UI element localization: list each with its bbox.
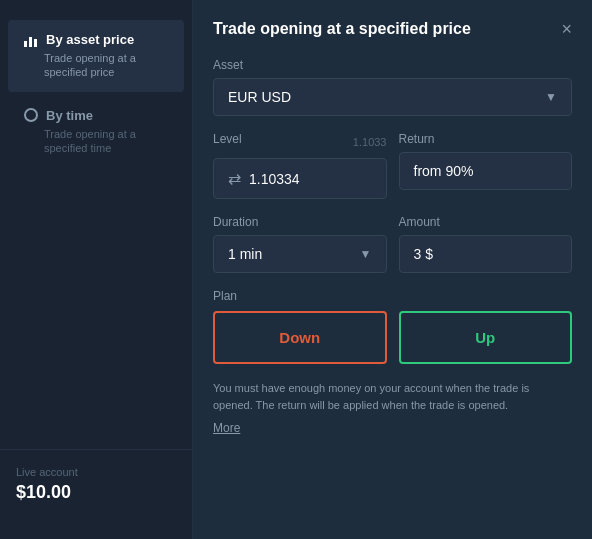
level-return-row: Level 1.1033 ⇄ Return from 90% (213, 132, 572, 199)
panel-title: Trade opening at a specified price (213, 20, 471, 38)
sidebar-item-sub: Trade opening at a specified price (24, 51, 168, 80)
close-button[interactable]: × (561, 20, 572, 38)
sidebar: By asset price Trade opening at a specif… (0, 0, 192, 539)
chevron-down-icon: ▼ (545, 90, 557, 104)
sidebar-item-sub: Trade opening at a specified time (24, 127, 168, 156)
duration-dropdown[interactable]: 1 min ▼ (213, 235, 387, 273)
plan-field-group: Plan Down Up (213, 289, 572, 364)
level-input[interactable] (249, 171, 372, 187)
amount-field-group: Amount 3 $ (399, 215, 573, 273)
more-link[interactable]: More (213, 421, 572, 435)
info-text: You must have enough money on your accou… (213, 380, 572, 413)
down-button[interactable]: Down (213, 311, 387, 364)
account-balance: $10.00 (16, 482, 176, 503)
asset-label: Asset (213, 58, 572, 72)
return-field: from 90% (399, 152, 573, 190)
amount-label: Amount (399, 215, 573, 229)
duration-label: Duration (213, 215, 387, 229)
account-info: Live account $10.00 (0, 449, 192, 519)
return-field-group: Return from 90% (399, 132, 573, 199)
sidebar-item-label: By asset price (46, 32, 134, 47)
level-hint: 1.1033 (353, 136, 387, 148)
amount-value: 3 $ (414, 246, 433, 262)
duration-value: 1 min (228, 246, 262, 262)
chart-icon (24, 33, 38, 47)
sidebar-item-label: By time (46, 108, 93, 123)
return-value: from 90% (414, 163, 474, 179)
chevron-down-icon: ▼ (360, 247, 372, 261)
return-label: Return (399, 132, 573, 146)
sidebar-item-by-time[interactable]: By time Trade opening at a specified tim… (8, 96, 184, 168)
asset-field-group: Asset EUR USD ▼ (213, 58, 572, 116)
account-label: Live account (16, 466, 176, 478)
level-field-group: Level 1.1033 ⇄ (213, 132, 387, 199)
duration-field-group: Duration 1 min ▼ (213, 215, 387, 273)
clock-icon (24, 108, 38, 122)
duration-amount-row: Duration 1 min ▼ Amount 3 $ (213, 215, 572, 273)
sidebar-item-by-asset-price[interactable]: By asset price Trade opening at a specif… (8, 20, 184, 92)
up-button[interactable]: Up (399, 311, 573, 364)
sidebar-items: By asset price Trade opening at a specif… (0, 20, 192, 167)
level-input-wrapper[interactable]: ⇄ (213, 158, 387, 199)
level-arrows-icon: ⇄ (228, 169, 241, 188)
panel-header: Trade opening at a specified price × (213, 20, 572, 38)
amount-field[interactable]: 3 $ (399, 235, 573, 273)
level-label: Level (213, 132, 242, 146)
asset-value: EUR USD (228, 89, 291, 105)
asset-dropdown[interactable]: EUR USD ▼ (213, 78, 572, 116)
plan-label: Plan (213, 289, 572, 303)
plan-buttons: Down Up (213, 311, 572, 364)
main-panel: Trade opening at a specified price × Ass… (192, 0, 592, 539)
